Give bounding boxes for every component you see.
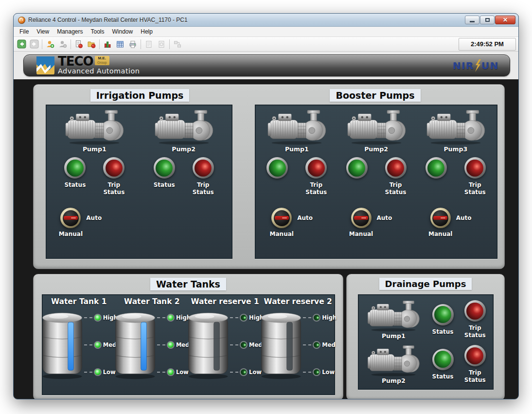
level-connector-line (84, 317, 92, 318)
pump-name: Pump1 (83, 145, 106, 153)
drainage-panel: Drainage Pumps (346, 274, 505, 399)
med-level-lamp (167, 341, 175, 349)
tank-level-lamps: High Med Low (157, 314, 191, 376)
trip-lamp-red (464, 300, 486, 322)
level-connector-line (230, 372, 238, 373)
pump-graphic (347, 109, 406, 145)
trip-lamp-red (103, 157, 124, 179)
desktop-background: Reliance 4 Control - Meydan Retail Cente… (0, 0, 532, 414)
document-alarm-button[interactable] (72, 38, 85, 50)
toolbar-separator (42, 39, 42, 49)
close-button[interactable]: ✕ (495, 16, 515, 24)
tank-name: Water Tank 1 (51, 297, 107, 306)
tank-graphic-filled (40, 307, 84, 383)
teco-badge-line1: M.E. (96, 56, 108, 61)
connection-button[interactable] (171, 38, 184, 50)
water-tanks-panel: Water Tanks Water Tank 1 (33, 274, 343, 399)
trip-status-label: Trip Status (383, 181, 408, 196)
water-tank2-unit: Water Tank 2 High Med (115, 297, 188, 395)
pump-name: Pump3 (443, 145, 467, 153)
level-connector-line (303, 372, 311, 373)
menu-managers[interactable]: Managers (53, 27, 87, 36)
teco-name: TECO (58, 56, 93, 67)
irrigation-title: Irrigation Pumps (90, 89, 190, 102)
app-icon (18, 17, 25, 24)
level-connector-line (84, 372, 92, 373)
pump-graphic (154, 109, 213, 145)
nirsun-text-right: UN (481, 60, 499, 72)
trends-button[interactable] (101, 38, 114, 50)
med-level-lamp (313, 341, 320, 349)
status-lamp-green (346, 157, 368, 179)
high-level-lamp (167, 314, 175, 322)
switch-lever (433, 216, 447, 220)
med-level-lamp (240, 341, 248, 349)
minimize-button[interactable] (465, 16, 479, 24)
drainage-pump2-row: Pump2 Status Trip Status (358, 344, 493, 384)
tank-graphic-empty (259, 307, 303, 383)
manual-label: Manual (268, 231, 295, 237)
back-icon (17, 39, 26, 49)
booster-pump1-unit: Pump1 Trip Status (259, 109, 335, 258)
menu-help[interactable]: Help (137, 27, 157, 36)
water-tanks-title: Water Tanks (150, 278, 226, 290)
pump-graphic (366, 300, 421, 332)
data-table-button[interactable] (114, 38, 126, 50)
level-connector-line (230, 344, 238, 345)
toolbar-separator (99, 39, 100, 49)
water-tank1-unit: Water Tank 1 High Med (42, 297, 115, 395)
irrigation-pump1-unit: Pump1 Status Trip Status (53, 109, 135, 258)
low-level-lamp (240, 368, 248, 376)
status-label: Status (152, 181, 177, 189)
table-icon (116, 40, 124, 49)
irrigation-auto-manual-switch[interactable] (60, 208, 81, 228)
menu-view[interactable]: View (33, 27, 53, 36)
drainage-pump1-unit: Pump1 (362, 300, 425, 340)
app-window: Reliance 4 Control - Meydan Retail Cente… (13, 13, 519, 399)
folder-alarm-button[interactable] (85, 38, 98, 50)
clock-display: 2:49:52 PM (459, 38, 516, 51)
switch-lever (275, 216, 289, 220)
pump-name: Pump1 (285, 145, 309, 153)
booster-pump2-auto-manual-switch[interactable] (351, 208, 372, 228)
auto-label: Auto (456, 215, 472, 221)
user-button[interactable] (56, 38, 69, 50)
print-report-button[interactable] (126, 38, 139, 50)
auto-label: Auto (297, 215, 313, 221)
manual-label: Manual (348, 231, 375, 237)
status-lamp-green (266, 157, 288, 179)
title-bar[interactable]: Reliance 4 Control - Meydan Retail Cente… (14, 14, 518, 27)
maximize-button[interactable] (480, 16, 495, 24)
users-button[interactable] (44, 38, 56, 50)
menu-file[interactable]: File (16, 27, 33, 36)
water-reserve1-unit: Water reserve 1 High Med (189, 297, 262, 395)
page-setup-button[interactable] (142, 38, 155, 50)
page-preview-button[interactable] (155, 38, 168, 50)
menu-bar: File View Managers Tools Window Help (14, 27, 518, 37)
nirsun-text-left: NIR (453, 60, 474, 72)
close-icon: ✕ (503, 17, 508, 23)
pump-name: Pump2 (172, 145, 195, 153)
level-connector-line (303, 317, 311, 318)
status-label-empty (424, 181, 449, 189)
trip-status-label: Trip Status (303, 181, 329, 196)
booster-pump3-auto-manual-switch[interactable] (430, 208, 451, 228)
high-level-lamp (240, 314, 248, 322)
manual-label: Manual (427, 231, 454, 237)
trip-status-label: Trip Status (101, 181, 126, 196)
drainage-title: Drainage Pumps (379, 278, 472, 290)
menu-tools[interactable]: Tools (87, 27, 108, 36)
trip-lamp-red (305, 157, 327, 179)
menu-window[interactable]: Window (108, 27, 137, 36)
forward-icon (30, 39, 39, 49)
level-connector-line (157, 372, 165, 373)
back-button[interactable] (15, 38, 28, 50)
forward-button[interactable] (28, 38, 40, 50)
connection-icon (173, 40, 182, 49)
booster-pump2-unit: Pump2 Trip Status (338, 109, 414, 258)
booster-pump1-auto-manual-switch[interactable] (271, 208, 292, 228)
banner-bar: TECO M.E. Group Advanced Automation NIR … (23, 54, 510, 76)
irrigation-switch-block: Auto Manual (60, 208, 102, 237)
trip-lamp-red (193, 157, 214, 179)
tank-level-lamps: High Med Low (303, 314, 337, 376)
